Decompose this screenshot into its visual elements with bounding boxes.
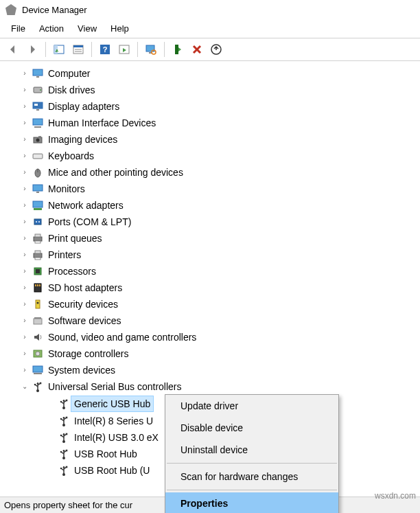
svg-rect-19 xyxy=(34,104,38,106)
watermark: wsxdn.com xyxy=(375,491,416,501)
ctx-separator xyxy=(167,463,337,464)
ctx-properties[interactable]: Properties xyxy=(165,492,338,513)
toolbar-separator xyxy=(164,42,165,57)
chevron-right-icon[interactable]: › xyxy=(19,282,30,293)
menu-action[interactable]: Action xyxy=(32,21,71,36)
chevron-right-icon[interactable]: › xyxy=(19,216,30,227)
tree-category[interactable]: ›Software devices xyxy=(4,312,420,329)
tree-category[interactable]: ›Sound, video and game controllers xyxy=(4,329,420,345)
tree-category-label: Software devices xyxy=(48,313,124,328)
tree-category[interactable]: ›Keyboards xyxy=(4,148,420,164)
chevron-right-icon[interactable]: › xyxy=(19,332,30,343)
svg-rect-82 xyxy=(66,466,68,468)
chevron-right-icon[interactable]: › xyxy=(19,150,30,161)
tree-device-label: Intel(R) 8 Series U xyxy=(74,413,156,429)
chevron-right-icon[interactable]: › xyxy=(19,299,30,310)
action-button[interactable] xyxy=(115,41,133,58)
tree-category[interactable]: ›Print queues xyxy=(4,230,420,247)
chevron-down-icon[interactable]: ⌄ xyxy=(19,381,30,392)
svg-rect-25 xyxy=(38,136,41,137)
nav-forward-button[interactable] xyxy=(23,41,41,58)
system-icon xyxy=(32,365,44,376)
ctx-separator xyxy=(167,490,337,490)
svg-point-37 xyxy=(36,221,37,223)
tree-category-label: System devices xyxy=(48,363,118,378)
tree-category[interactable]: ›Display adapters xyxy=(4,98,420,115)
tree-category[interactable]: ›Security devices xyxy=(4,296,420,312)
tree-category-label: Processors xyxy=(48,264,99,279)
ctx-update-driver[interactable]: Update driver xyxy=(165,395,338,417)
svg-rect-51 xyxy=(36,300,40,308)
monitor-icon xyxy=(32,68,44,79)
ctx-disable-device[interactable]: Disable device xyxy=(165,417,338,439)
chevron-right-icon[interactable]: › xyxy=(19,134,30,145)
tree-category[interactable]: ⌄Universal Serial Bus controllers xyxy=(4,378,420,395)
menu-file[interactable]: File xyxy=(4,21,32,36)
chevron-right-icon[interactable]: › xyxy=(19,365,30,376)
tree-category[interactable]: ›Imaging devices xyxy=(4,131,420,148)
chevron-right-icon[interactable]: › xyxy=(19,167,30,178)
tree-category[interactable]: ›Network adapters xyxy=(4,197,420,214)
tree-category[interactable]: ›Storage controllers xyxy=(4,345,420,362)
chevron-right-icon[interactable]: › xyxy=(19,233,30,244)
tree-category-label: Print queues xyxy=(48,231,105,246)
tree-category-label: Network adapters xyxy=(48,198,126,213)
tree-category[interactable]: ›Disk drives xyxy=(4,82,420,98)
tree-category[interactable]: ›Human Interface Devices xyxy=(4,115,420,131)
svg-rect-20 xyxy=(36,109,39,111)
storage-icon xyxy=(32,348,44,359)
keyboard-icon xyxy=(32,150,44,161)
update-circle-icon xyxy=(211,44,222,55)
scan-hardware-button[interactable] xyxy=(142,41,160,58)
tree-category[interactable]: ›Ports (COM & LPT) xyxy=(4,214,420,230)
help-button[interactable]: ? xyxy=(96,41,114,58)
chevron-right-icon[interactable]: › xyxy=(19,200,30,211)
tree-category[interactable]: ›Monitors xyxy=(4,181,420,197)
menu-help[interactable]: Help xyxy=(104,21,136,36)
tree-category-label: Sound, video and game controllers xyxy=(48,330,199,345)
tree-category[interactable]: ›SD host adapters xyxy=(4,280,420,296)
chevron-right-icon[interactable]: › xyxy=(19,101,30,112)
nav-back-button[interactable] xyxy=(4,41,22,58)
display-icon xyxy=(32,101,44,112)
svg-rect-58 xyxy=(34,373,42,374)
mouse-icon xyxy=(32,167,44,178)
svg-rect-32 xyxy=(33,185,43,191)
svg-point-24 xyxy=(36,139,40,142)
chevron-right-icon[interactable]: › xyxy=(19,266,30,277)
svg-rect-62 xyxy=(40,383,42,385)
menu-view[interactable]: View xyxy=(71,21,104,36)
enable-device-button[interactable] xyxy=(169,41,187,58)
ctx-uninstall-device[interactable]: Uninstall device xyxy=(165,439,338,461)
tree-category-label: Imaging devices xyxy=(48,132,120,147)
tree-category-label: Computer xyxy=(48,66,93,81)
tree-category[interactable]: ›Printers xyxy=(4,247,420,263)
tree-category[interactable]: ›Computer xyxy=(4,65,420,82)
properties-icon xyxy=(73,44,84,55)
ctx-scan-hardware[interactable]: Scan for hardware changes xyxy=(165,466,338,488)
tree-category-label: Mice and other pointing devices xyxy=(48,165,186,180)
chevron-right-icon[interactable]: › xyxy=(19,183,30,194)
chevron-right-icon[interactable]: › xyxy=(19,84,30,95)
update-driver-button[interactable] xyxy=(207,41,225,58)
tree-category[interactable]: ›Processors xyxy=(4,263,420,280)
chevron-right-icon[interactable]: › xyxy=(19,348,30,359)
uninstall-button[interactable] xyxy=(188,41,206,58)
svg-rect-21 xyxy=(33,119,43,125)
chevron-right-icon[interactable]: › xyxy=(19,249,30,260)
properties-button[interactable] xyxy=(69,41,87,58)
show-hide-tree-button[interactable] xyxy=(50,41,68,58)
svg-rect-36 xyxy=(34,219,41,225)
tree-category-label: Keyboards xyxy=(48,148,97,163)
chevron-right-icon[interactable]: › xyxy=(19,68,30,79)
chevron-right-icon[interactable]: › xyxy=(19,315,30,326)
window-title: Device Manager xyxy=(22,5,87,15)
tree-category[interactable]: ›System devices xyxy=(4,362,420,378)
scan-monitor-icon xyxy=(145,44,156,55)
usb-icon xyxy=(58,448,70,459)
tree-category[interactable]: ›Mice and other pointing devices xyxy=(4,164,420,181)
device-manager-icon xyxy=(5,4,16,15)
titlebar: Device Manager xyxy=(0,0,420,19)
chevron-right-icon[interactable]: › xyxy=(19,117,30,128)
svg-rect-15 xyxy=(36,76,39,78)
